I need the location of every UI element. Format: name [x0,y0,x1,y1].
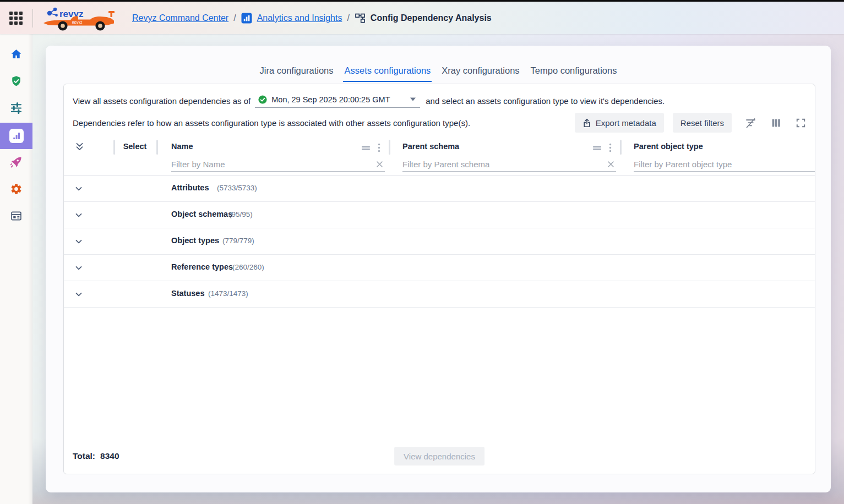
bar-chart-icon [9,129,24,143]
chevron-down-icon[interactable] [74,290,83,299]
row-count: (5733/5733) [217,184,257,192]
clear-filters-icon[interactable] [744,116,758,130]
table-header: Select Name Parent schema Parent object … [64,137,815,176]
topbar-divider [32,9,33,28]
name-filter-input[interactable] [171,160,374,169]
sidebar-item-home[interactable] [0,42,32,68]
name-filter [171,157,385,172]
sidebar-item-reports[interactable] [0,204,32,230]
column-menu-icon[interactable] [378,143,380,152]
table-row-object-schemas[interactable]: Object schemas (95/95) [64,202,815,228]
export-icon [582,118,591,128]
sidebar-item-security[interactable] [0,69,32,95]
row-label: Reference types [171,262,233,271]
view-dependencies-button[interactable]: View dependencies [394,447,484,465]
chevron-down-icon[interactable] [74,211,83,220]
column-drag-icon[interactable] [592,145,602,151]
total-label: Total: [73,451,95,461]
snapshot-date-select[interactable]: Mon, 29 Sep 2025 20:00:25 GMT [255,94,420,108]
table-row-attributes[interactable]: Attributes (5733/5733) [64,176,815,202]
export-metadata-button[interactable]: Export metadata [575,113,664,133]
main-content-area: Jira configurations Assets configuration… [32,34,844,504]
as-of-row: View all assets configuration dependenci… [73,92,809,109]
app-window: revyz REVYZ Revyz Command Center / Analy… [0,0,844,504]
tab-assets-configurations[interactable]: Assets configurations [343,62,432,82]
column-menu-icon[interactable] [609,143,612,152]
breadcrumb-link-command-center[interactable]: Revyz Command Center [132,13,228,23]
reset-filters-button[interactable]: Reset filters [673,113,732,133]
table-actions: Export metadata Reset filters [575,113,807,133]
parent-schema-filter-input[interactable] [402,160,606,169]
column-header-name: Name [171,142,193,151]
column-separator [620,140,622,155]
column-separator [156,140,158,155]
description-row: Dependencies refer to how an assets conf… [73,112,807,133]
logo-wordmark: revyz [59,8,83,19]
panel-footer: Total:8340 View dependencies [73,446,806,466]
tab-jira-configurations[interactable]: Jira configurations [259,62,335,82]
parent-schema-filter [402,157,616,172]
app-switcher-icon[interactable] [9,12,23,25]
row-label: Object schemas [171,210,232,218]
top-navigation-bar: revyz REVYZ Revyz Command Center / Analy… [0,2,844,34]
home-icon [10,48,23,63]
rocket-icon [10,156,23,171]
parent-object-type-filter [634,157,815,172]
revyz-racecar-logo-icon: revyz REVYZ [42,5,118,31]
left-sidebar [0,34,32,504]
snapshot-date-value: Mon, 29 Sep 2025 20:00:25 GMT [271,95,390,104]
column-separator [389,140,390,155]
shield-check-icon [10,75,23,90]
breadcrumb-link-analytics-insights[interactable]: Analytics and Insights [257,13,342,23]
gear-icon [10,183,23,198]
total-value: 8340 [100,451,119,461]
clear-name-filter-icon[interactable] [374,160,385,168]
chevron-down-icon[interactable] [74,184,83,193]
tab-tempo-configurations[interactable]: Tempo configurations [530,62,618,82]
row-label: Attributes [171,183,209,192]
config-dependency-card: Jira configurations Assets configuration… [46,46,831,492]
row-label: Object types [171,236,219,245]
as-of-suffix-text: and select an assets configuration type … [426,96,665,106]
expand-all-icon[interactable] [74,141,85,152]
column-header-select: Select [113,142,156,151]
check-circle-icon [258,95,267,104]
revyz-logo: revyz REVYZ [42,5,118,31]
as-of-prefix-text: View all assets configuration dependenci… [73,96,251,106]
row-count: (779/779) [222,237,254,245]
sidebar-item-settings[interactable] [0,177,32,203]
export-metadata-label: Export metadata [596,118,656,128]
fullscreen-icon[interactable] [794,117,807,129]
dependencies-panel: View all assets configuration dependenci… [63,84,815,474]
name-column-controls [361,143,380,152]
caret-down-icon [410,97,416,101]
table-row-statuses[interactable]: Statuses (1473/1473) [64,281,815,308]
sidebar-item-configurations[interactable] [0,96,32,122]
sliders-icon [10,102,23,117]
chevron-down-icon[interactable] [74,264,83,272]
table-row-reference-types[interactable]: Reference types (260/260) [64,255,815,281]
total-count: Total:8340 [73,451,119,461]
table-row-object-types[interactable]: Object types (779/779) [64,228,815,255]
sidebar-item-launch[interactable] [0,150,32,176]
breadcrumb-separator: / [233,13,236,23]
table-body: Attributes (5733/5733) Object schemas (9… [64,176,815,308]
sidebar-item-analytics[interactable] [0,123,32,149]
configuration-tabs: Jira configurations Assets configuration… [46,62,831,82]
logo-car-text: REVYZ [72,21,83,24]
row-count: (260/260) [232,263,264,271]
clear-parent-schema-filter-icon[interactable] [606,160,616,168]
row-count: (1473/1473) [208,289,248,298]
parent-schema-column-controls [592,143,612,152]
reset-filters-label: Reset filters [680,118,724,128]
column-header-parent-object-type: Parent object type [634,142,703,151]
column-drag-icon[interactable] [361,145,371,151]
breadcrumb-current-page: Config Dependency Analysis [371,13,492,23]
journal-icon [10,210,23,224]
breadcrumb-separator: / [347,13,349,23]
chevron-down-icon[interactable] [74,237,83,246]
breadcrumb: Revyz Command Center / Analytics and Ins… [132,13,492,24]
parent-object-type-filter-input[interactable] [634,160,815,169]
column-view-icon[interactable] [770,117,782,129]
tab-xray-configurations[interactable]: Xray configurations [440,62,520,82]
